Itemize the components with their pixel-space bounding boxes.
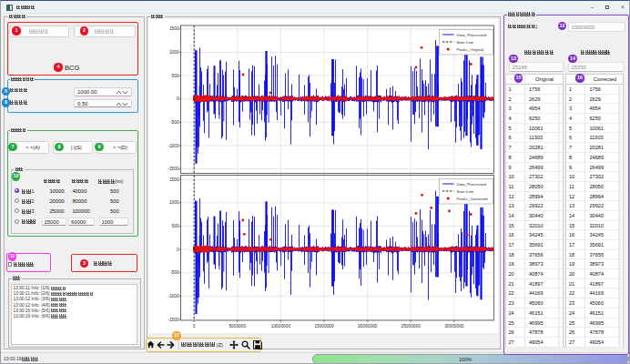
svg-text:15000000: 15000000 (314, 324, 334, 329)
svg-text:10000000: 10000000 (271, 324, 291, 329)
svg-text:Start Line: Start Line (457, 40, 474, 45)
svg-text:20000000: 20000000 (358, 324, 378, 329)
svg-text:Peaks_Original: Peaks_Original (457, 47, 484, 52)
svg-text:Peaks_Corrected: Peaks_Corrected (457, 197, 488, 201)
svg-text:-1000: -1000 (168, 294, 179, 298)
svg-text:-1000: -1000 (168, 144, 179, 148)
svg-text:0: 0 (177, 96, 179, 101)
svg-text:-500: -500 (170, 120, 179, 125)
svg-text:1500: 1500 (169, 26, 179, 31)
svg-text:-500: -500 (170, 270, 179, 275)
svg-text:1500: 1500 (169, 177, 179, 182)
svg-text:500: 500 (172, 224, 179, 228)
svg-text:Data_Processed: Data_Processed (457, 182, 487, 187)
svg-text:Start Line: Start Line (457, 189, 474, 194)
svg-text:5000000: 5000000 (229, 324, 246, 329)
svg-text:25000000: 25000000 (401, 324, 422, 329)
svg-text:1000: 1000 (169, 200, 179, 205)
svg-text:-1500: -1500 (168, 167, 179, 171)
svg-text:0: 0 (177, 248, 179, 252)
svg-text:1000: 1000 (169, 50, 179, 55)
svg-text:Data_Processed: Data_Processed (457, 33, 487, 37)
svg-text:30000000: 30000000 (444, 324, 464, 329)
svg-text:0: 0 (193, 324, 196, 329)
svg-text:500: 500 (172, 74, 179, 78)
svg-text:-1500: -1500 (168, 318, 179, 322)
